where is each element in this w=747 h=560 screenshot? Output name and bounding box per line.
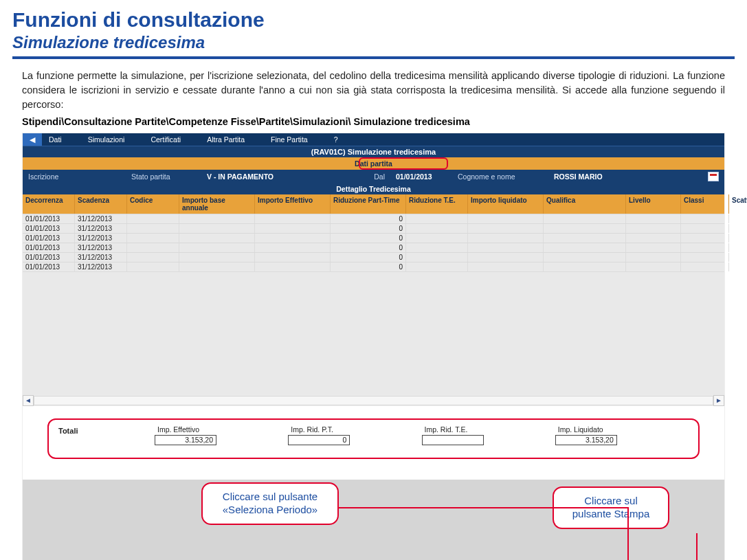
imp-effettivo-value: 3.153,20 [155,435,216,445]
cell-ridpt: 0 [331,253,406,262]
cell-ridpt: 0 [331,243,406,252]
menu-bar: ◀ Dati Simulazioni Certificati Altra Par… [23,133,724,146]
cell-dec: 01/01/2013 [23,234,75,243]
cell [468,253,544,262]
horizontal-scrollbar[interactable]: ◄ ► [23,395,724,406]
cell [681,262,729,271]
cell [468,262,544,271]
menu-dati[interactable]: Dati [42,135,81,144]
cell [179,224,255,233]
cell [179,234,255,243]
cell [406,234,468,243]
imp-rid-pt-label: Imp. Rid. P.T. [288,425,421,434]
col-importo-base: Importo base annuale [179,194,255,214]
cell [255,224,331,233]
blank-area [23,271,724,395]
cell-ridpt: 0 [331,214,406,223]
stato-value: V - IN PAGAMENTO [201,172,318,181]
cell [729,214,747,223]
leader-line [696,533,698,560]
menu-help[interactable]: ? [327,135,357,144]
cell-scad: 31/12/2013 [75,253,127,262]
cell-ridpt: 0 [331,234,406,243]
callouts-area: Cliccare sul pulsante «Seleziona Periodo… [23,480,724,560]
cell [179,253,255,262]
calendar-icon[interactable] [708,172,719,181]
table-row[interactable]: 01/01/201331/12/20130 [23,262,724,271]
scroll-left-icon[interactable]: ◄ [23,395,34,406]
cell [468,224,544,233]
cognome-label: Cognome e nome [452,172,548,181]
cell [544,243,626,252]
cell-dec: 01/01/2013 [23,224,75,233]
page-subtitle: Simulazione tredicesima [12,33,735,52]
menu-simulazioni[interactable]: Simulazioni [81,135,144,144]
table-row[interactable]: 01/01/201331/12/20130 [23,252,724,262]
cell [544,234,626,243]
table-row[interactable]: 01/01/201331/12/20130 [23,243,724,252]
cell [544,262,626,271]
imp-rid-te-value [422,435,484,445]
col-qualifica: Qualifica [544,194,626,214]
scroll-track[interactable] [34,396,713,405]
cell [626,243,681,252]
cell [729,243,747,252]
col-scadenza: Scadenza [75,194,127,214]
cell [729,224,747,233]
cell-scad: 31/12/2013 [75,243,127,252]
section-dettaglio: Dettaglio Tredicesima [23,183,724,194]
breadcrumb-path: Stipendi\Consultazione Partite\Competenz… [12,116,735,133]
col-classi: Classi [681,194,729,214]
cell [626,253,681,262]
section-dati-partita: Dati partita [23,157,724,170]
menu-altra-partita[interactable]: Altra Partita [200,135,264,144]
menu-certificati[interactable]: Certificati [144,135,200,144]
cell [626,214,681,223]
table-row[interactable]: 01/01/201331/12/20130 [23,233,724,243]
leader-line [339,507,627,508]
cell [681,224,729,233]
cell [255,214,331,223]
cell [255,253,331,262]
totali-label: Totali [58,425,155,435]
cell-ridpt: 0 [331,224,406,233]
cell [127,262,179,271]
dal-value: 01/01/2013 [390,172,452,181]
cell [468,234,544,243]
table-row[interactable]: 01/01/201331/12/20130 [23,214,724,223]
col-riduzione-pt: Riduzione Part-Time [331,194,406,214]
cell [544,253,626,262]
cell [127,224,179,233]
cell [468,214,544,223]
col-importo-effettivo: Importo Effettivo [255,194,331,214]
col-livello: Livello [626,194,681,214]
cell [406,253,468,262]
menu-fine-partita[interactable]: Fine Partita [264,135,327,144]
cell [729,262,747,271]
imp-rid-pt-value: 0 [288,435,350,445]
cell [406,214,468,223]
imp-rid-te-label: Imp. Rid. T.E. [422,425,555,434]
cell-dec: 01/01/2013 [23,253,75,262]
scroll-right-icon[interactable]: ► [713,395,724,406]
intro-text: La funzione permette la simulazione, per… [12,69,735,116]
cell [255,262,331,271]
cell-scad: 31/12/2013 [75,214,127,223]
cell [544,224,626,233]
info-row: Iscrizione Stato partita V - IN PAGAMENT… [23,170,724,183]
col-riduzione-te: Riduzione T.E. [406,194,468,214]
cell-scad: 31/12/2013 [75,234,127,243]
cell [255,243,331,252]
highlight-totali: Totali Imp. Effettivo 3.153,20 Imp. Rid.… [47,418,700,459]
cell [626,262,681,271]
cell [626,234,681,243]
cell-ridpt: 0 [331,262,406,271]
table-row[interactable]: 01/01/201331/12/20130 [23,223,724,233]
leader-line [627,507,629,560]
app-logo-icon: ◀ [23,133,42,146]
cell [127,253,179,262]
cell [729,253,747,262]
cell [729,234,747,243]
cell [681,234,729,243]
cell-dec: 01/01/2013 [23,262,75,271]
